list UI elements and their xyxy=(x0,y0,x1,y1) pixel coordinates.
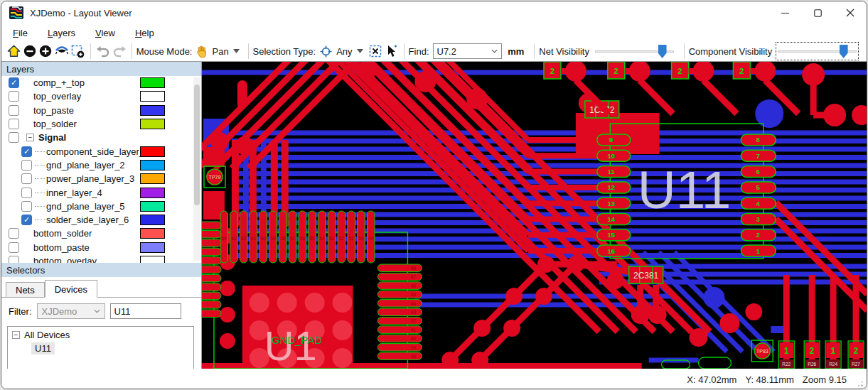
layer-checkbox-component_side_layer_1[interactable]: ✓ xyxy=(21,146,32,157)
svg-text:41: 41 xyxy=(411,327,417,332)
clear-selection-button[interactable] xyxy=(368,43,383,60)
layer-checkbox-Signal[interactable] xyxy=(9,132,19,143)
pcb-canvas[interactable]: 6463626160595857565554535251504948474645… xyxy=(202,62,867,369)
group-collapse-icon[interactable]: − xyxy=(26,134,34,141)
tab-nets[interactable]: Nets xyxy=(6,282,45,297)
layer-checkbox-top_paste[interactable] xyxy=(9,105,19,116)
close-button[interactable] xyxy=(834,1,867,24)
selector-tabs: NetsDevices xyxy=(1,279,201,298)
layer-color-swatch-gnd_plane_layer_2[interactable] xyxy=(140,160,165,170)
zoom-home-button[interactable] xyxy=(6,43,21,60)
device-filter-input[interactable] xyxy=(110,303,181,319)
layer-checkbox-bottom_solder[interactable] xyxy=(9,228,19,239)
svg-text:2: 2 xyxy=(756,231,759,239)
layer-label: top_solder xyxy=(33,119,77,129)
layers-scrollbar-thumb[interactable] xyxy=(194,85,200,205)
layer-row-top_paste: top_paste xyxy=(1,104,201,117)
layer-checkbox-bottom_overlay[interactable] xyxy=(9,256,19,263)
layer-color-swatch-comp_+_top[interactable] xyxy=(140,77,165,88)
maximize-button[interactable] xyxy=(801,1,834,24)
mouse-mode-label: Mouse Mode: xyxy=(136,46,193,57)
svg-text:48: 48 xyxy=(411,266,417,271)
svg-text:GND_PAD: GND_PAD xyxy=(272,334,322,346)
menu-item-view[interactable]: View xyxy=(95,28,115,38)
layer-color-swatch-gnd_plane_layer_5[interactable] xyxy=(140,201,165,212)
layer-color-swatch-bottom_solder[interactable] xyxy=(140,228,165,239)
filter-scope-select[interactable]: XJDemo xyxy=(37,303,105,319)
layer-color-swatch-bottom_overlay[interactable] xyxy=(140,256,165,263)
redo-button[interactable] xyxy=(112,43,127,60)
svg-text:53: 53 xyxy=(329,236,335,241)
layer-color-swatch-bottom_paste[interactable] xyxy=(140,242,165,253)
layer-label: inner_layer_4 xyxy=(46,188,102,198)
layer-checkbox-bottom_paste[interactable] xyxy=(9,242,19,253)
filter-scope-value: XJDemo xyxy=(42,306,77,317)
zoom-in-button[interactable] xyxy=(38,43,53,60)
menu-item-file[interactable]: File xyxy=(13,28,28,38)
layer-color-swatch-top_solder[interactable] xyxy=(140,119,165,129)
tab-devices[interactable]: Devices xyxy=(45,280,97,298)
component-visibility-thumb[interactable] xyxy=(840,45,848,58)
find-combobox[interactable]: U7.2 xyxy=(433,43,503,59)
layer-row-gnd_plane_layer_5: gnd_plane_layer_5 xyxy=(1,200,201,213)
layer-checkbox-top_solder[interactable] xyxy=(9,119,19,129)
view-all-eye-button[interactable] xyxy=(55,43,70,60)
svg-text:55: 55 xyxy=(309,236,315,241)
layer-color-swatch-power_plane_layer_3[interactable] xyxy=(140,173,165,184)
menu-item-layers[interactable]: Layers xyxy=(48,28,75,38)
minimize-button[interactable] xyxy=(768,1,801,24)
svg-text:1: 1 xyxy=(831,346,836,356)
selection-type-dropdown[interactable]: Any xyxy=(316,44,367,59)
layer-label: top_paste xyxy=(33,105,74,116)
layer-color-swatch-top_paste[interactable] xyxy=(140,105,165,116)
layer-color-swatch-inner_layer_4[interactable] xyxy=(140,188,165,198)
svg-text:51: 51 xyxy=(348,236,354,241)
tree-line xyxy=(35,193,45,193)
tree-item-u11[interactable]: U11 xyxy=(31,342,55,354)
layer-color-swatch-solder_side_layer_6[interactable] xyxy=(140,215,165,225)
resize-grip[interactable] xyxy=(857,380,864,387)
undo-button[interactable] xyxy=(96,43,111,60)
svg-text:39: 39 xyxy=(411,345,417,350)
layer-checkbox-gnd_plane_layer_2[interactable] xyxy=(21,160,32,170)
svg-text:1: 1 xyxy=(784,346,789,356)
selection-type-label: Selection Type: xyxy=(253,46,316,57)
net-visibility-thumb[interactable] xyxy=(658,45,667,58)
layer-label: bottom_solder xyxy=(33,228,92,239)
svg-text:16: 16 xyxy=(607,247,615,255)
tree-line xyxy=(35,151,45,152)
zoom-out-button[interactable] xyxy=(23,43,38,60)
u11-silkscreen-label: U11 xyxy=(637,160,731,220)
title-bar[interactable]: XJDemo - Layout Viewer xyxy=(1,1,867,24)
menu-item-help[interactable]: Help xyxy=(135,28,154,38)
net-visibility-slider[interactable] xyxy=(595,44,674,58)
layer-color-swatch-top_overlay[interactable] xyxy=(140,91,165,102)
add-to-selection-button[interactable] xyxy=(384,43,399,60)
svg-text:2: 2 xyxy=(810,346,815,356)
layer-label: component_side_layer_1 xyxy=(46,146,149,157)
layer-color-swatch-component_side_layer_1[interactable] xyxy=(140,146,165,157)
chevron-down-icon xyxy=(491,49,498,53)
layer-checkbox-gnd_plane_layer_5[interactable] xyxy=(21,201,32,212)
layer-checkbox-inner_layer_4[interactable] xyxy=(21,188,32,198)
svg-text:TP83: TP83 xyxy=(756,349,768,354)
zoom-window-button[interactable] xyxy=(70,43,85,60)
devices-tree-root[interactable]: − All Devices xyxy=(12,330,193,340)
layers-scrollbar[interactable] xyxy=(193,77,200,261)
tree-collapse-icon[interactable]: − xyxy=(12,331,20,339)
layer-row-top_solder: top_solder xyxy=(1,117,201,131)
svg-text:2: 2 xyxy=(614,67,618,75)
mouse-mode-dropdown[interactable]: Pan xyxy=(192,44,243,59)
devices-tree: − All Devices U11 xyxy=(7,326,194,369)
svg-text:3: 3 xyxy=(756,215,759,223)
svg-text:52: 52 xyxy=(339,236,345,241)
layer-checkbox-top_overlay[interactable] xyxy=(9,91,19,102)
units-button[interactable]: mm xyxy=(508,46,524,57)
svg-text:63: 63 xyxy=(231,236,237,241)
layer-checkbox-solder_side_layer_6[interactable]: ✓ xyxy=(21,215,32,225)
svg-text:50: 50 xyxy=(358,236,364,241)
svg-text:2: 2 xyxy=(853,346,858,356)
component-visibility-slider[interactable] xyxy=(778,44,857,58)
layer-checkbox-power_plane_layer_3[interactable] xyxy=(21,173,32,184)
layer-checkbox-comp_+_top[interactable]: ✓ xyxy=(9,77,19,88)
